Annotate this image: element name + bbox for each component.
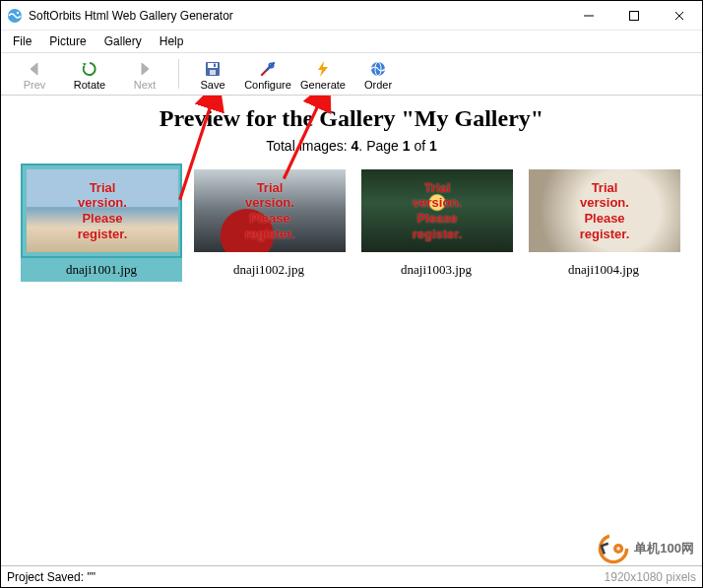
svg-rect-7 (208, 63, 218, 68)
menu-help[interactable]: Help (152, 33, 192, 50)
rotate-button[interactable]: Rotate (62, 57, 117, 91)
thumbnails-row: Trial version. Please register.dnaji1001… (21, 163, 682, 282)
thumbnail-caption: dnaji1003.jpg (355, 262, 517, 278)
info-of: of (411, 138, 429, 154)
save-icon (203, 59, 223, 79)
maximize-button[interactable] (611, 1, 657, 30)
next-button[interactable]: Next (117, 57, 172, 91)
preview-title: Preview for the Gallery "My Gallery" (21, 105, 682, 132)
trial-watermark: Trial version. Please register. (529, 169, 680, 252)
close-button[interactable] (657, 1, 702, 30)
thumbnail-frame: Trial version. Please register. (355, 163, 517, 258)
thumbnail-card[interactable]: Trial version. Please register.dnaji1001… (21, 163, 182, 282)
arrow-right-icon (135, 59, 155, 79)
toolbar-label: Prev (24, 79, 46, 91)
toolbar: Prev Rotate Next Save Configure Generate… (1, 52, 702, 96)
menu-gallery[interactable]: Gallery (96, 33, 150, 50)
menu-file[interactable]: File (5, 33, 39, 50)
svg-point-1 (17, 11, 19, 13)
window-controls (566, 1, 702, 30)
prev-button[interactable]: Prev (7, 57, 62, 91)
preview-info: Total images: 4. Page 1 of 1 (21, 138, 682, 154)
svg-rect-3 (630, 11, 639, 20)
thumbnail-caption: dnaji1001.jpg (21, 262, 182, 278)
thumbnail-frame: Trial version. Please register. (21, 163, 182, 258)
minimize-button[interactable] (566, 1, 611, 30)
info-middle: . Page (358, 138, 402, 154)
tools-icon (258, 59, 278, 79)
preview-panel: Preview for the Gallery "My Gallery" Tot… (1, 96, 702, 565)
configure-button[interactable]: Configure (240, 57, 295, 91)
toolbar-label: Generate (300, 79, 346, 91)
thumbnail-frame: Trial version. Please register. (188, 163, 350, 258)
thumbnail-caption: dnaji1004.jpg (523, 262, 684, 278)
thumbnail-image: Trial version. Please register. (27, 169, 178, 252)
toolbar-label: Configure (244, 79, 291, 91)
site-watermark: 单机100网 (597, 532, 694, 565)
order-button[interactable]: Order (351, 57, 406, 91)
svg-point-17 (617, 547, 620, 550)
thumbnail-image: Trial version. Please register. (194, 169, 346, 252)
trial-watermark: Trial version. Please register. (27, 169, 178, 252)
toolbar-separator (178, 59, 179, 89)
site-logo-icon (597, 532, 630, 565)
toolbar-label: Save (200, 79, 224, 91)
thumbnail-caption: dnaji1002.jpg (188, 262, 350, 278)
titlebar: SoftOrbits Html Web Gallery Generator (1, 1, 702, 31)
rotate-icon (80, 59, 99, 79)
window-title: SoftOrbits Html Web Gallery Generator (29, 9, 566, 23)
globe-icon (368, 59, 388, 79)
thumbnail-image: Trial version. Please register. (361, 169, 513, 252)
toolbar-label: Rotate (74, 79, 105, 91)
thumbnail-image: Trial version. Please register. (529, 169, 680, 252)
app-icon (7, 8, 23, 24)
info-prefix: Total images: (266, 138, 351, 154)
statusbar: Project Saved: "" 1920x1080 pixels (1, 565, 702, 587)
svg-rect-9 (214, 64, 216, 68)
menubar: File Picture Gallery Help (1, 31, 702, 52)
generate-button[interactable]: Generate (295, 57, 351, 91)
thumbnail-card[interactable]: Trial version. Please register.dnaji1003… (355, 163, 517, 282)
page-total: 1 (429, 138, 437, 154)
menu-picture[interactable]: Picture (41, 33, 94, 50)
thumbnail-card[interactable]: Trial version. Please register.dnaji1002… (188, 163, 350, 282)
trial-watermark: Trial version. Please register. (194, 169, 346, 252)
status-right: 1920x1080 pixels (605, 570, 696, 584)
toolbar-label: Next (134, 79, 157, 91)
site-watermark-text: 单机100网 (634, 540, 694, 557)
thumbnail-card[interactable]: Trial version. Please register.dnaji1004… (523, 163, 684, 282)
save-button[interactable]: Save (185, 57, 240, 91)
status-left: Project Saved: "" (7, 570, 96, 584)
page-current: 1 (403, 138, 411, 154)
toolbar-label: Order (364, 79, 392, 91)
arrow-left-icon (25, 59, 44, 79)
lightning-icon (313, 59, 333, 79)
svg-rect-8 (210, 70, 216, 75)
trial-watermark: Trial version. Please register. (361, 169, 513, 252)
thumbnail-frame: Trial version. Please register. (523, 163, 684, 258)
